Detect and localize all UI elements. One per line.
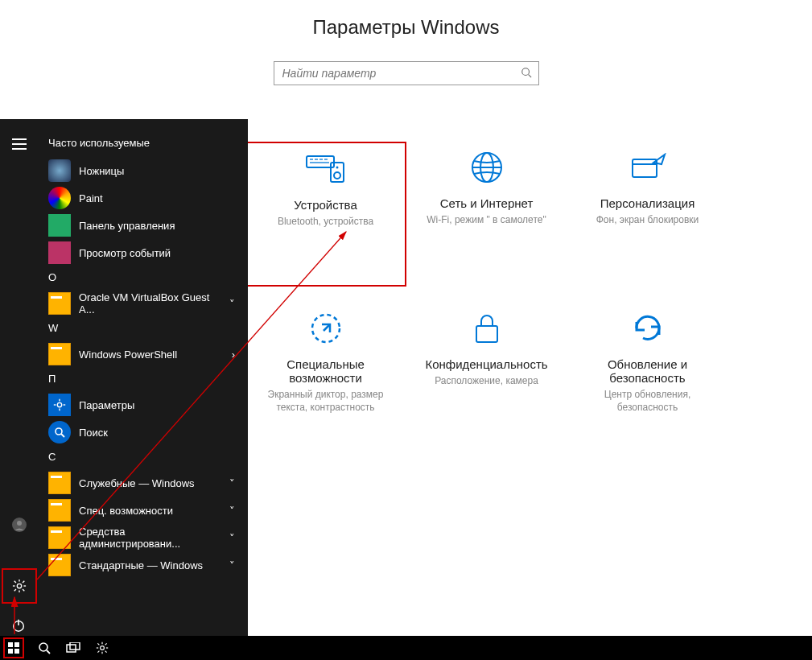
app-label: Paint xyxy=(79,192,103,204)
tile-devices[interactable]: Устройства Bluetooth, устройства xyxy=(245,142,406,287)
app-settings[interactable]: Параметры xyxy=(47,391,241,419)
start-menu: Часто используемые Ножницы Paint Панель … xyxy=(0,119,248,637)
app-label: Спец. возможности xyxy=(79,505,173,517)
app-label: Поиск xyxy=(79,427,108,439)
svg-line-60 xyxy=(105,651,107,653)
svg-point-13 xyxy=(336,167,338,169)
app-windows-system[interactable]: Служебные — Windows ˅ xyxy=(47,469,241,497)
svg-point-39 xyxy=(57,402,61,406)
taskbar-search-icon[interactable] xyxy=(35,639,53,657)
tile-desc: Центр обновления, безопасность xyxy=(575,388,720,414)
svg-line-36 xyxy=(23,581,24,583)
tile-update[interactable]: Обновление и безопасность Центр обновлен… xyxy=(567,303,728,448)
tile-title: Обновление и безопасность xyxy=(575,357,720,385)
app-label: Oracle VM VirtualBox Guest A... xyxy=(79,291,221,316)
ease-of-access-icon xyxy=(253,309,398,348)
app-event-viewer[interactable]: Просмотр событий xyxy=(47,239,241,266)
search-input[interactable] xyxy=(274,62,538,85)
tile-network[interactable]: Сеть и Интернет Wi-Fi, режим " в самолет… xyxy=(406,142,567,287)
chevron-down-icon: ˅ xyxy=(229,477,235,489)
app-snipping-tool[interactable]: Ножницы xyxy=(47,157,241,184)
update-icon xyxy=(575,309,720,348)
svg-rect-48 xyxy=(8,649,13,654)
app-control-panel[interactable]: Панель управления xyxy=(47,212,241,239)
search-icon xyxy=(48,421,71,443)
task-view-icon[interactable] xyxy=(64,639,82,657)
taskbar-settings-icon[interactable] xyxy=(93,639,111,657)
start-button[interactable] xyxy=(3,637,24,658)
power-icon[interactable] xyxy=(11,618,27,634)
chevron-down-icon: ˅ xyxy=(229,505,235,517)
letter-header-W[interactable]: W xyxy=(48,322,241,334)
app-label: Ножницы xyxy=(79,165,124,177)
paint-icon xyxy=(575,148,720,187)
svg-line-1 xyxy=(528,75,531,78)
folder-icon xyxy=(48,472,71,494)
app-admin-tools[interactable]: Средства администрировани... ˅ xyxy=(47,524,241,551)
folder-icon xyxy=(48,499,71,522)
app-search[interactable]: Поиск xyxy=(47,419,241,446)
rail-settings-button[interactable] xyxy=(2,568,37,604)
svg-line-62 xyxy=(105,643,107,645)
app-accessories[interactable]: Стандартные — Windows ˅ xyxy=(47,551,241,579)
tile-desc: Расположение, камера xyxy=(414,374,559,387)
svg-rect-52 xyxy=(67,645,76,652)
folder-icon xyxy=(48,292,71,315)
scissors-icon xyxy=(48,159,71,182)
svg-point-12 xyxy=(334,172,340,179)
tile-personalization[interactable]: Персонализация Фон, экран блокировки xyxy=(567,142,728,287)
tile-title: Устройства xyxy=(255,198,397,212)
start-app-list: Часто используемые Ножницы Paint Панель … xyxy=(39,119,248,637)
app-label: Панель управления xyxy=(79,220,175,232)
user-icon[interactable] xyxy=(11,517,27,533)
chevron-right-icon: › xyxy=(232,349,235,361)
tile-desc: Bluetooth, устройства xyxy=(255,215,397,228)
app-windows-powershell[interactable]: Windows PowerShell › xyxy=(47,340,241,368)
folder-icon xyxy=(48,526,71,549)
tile-privacy[interactable]: Конфиденциальность Расположение, камера xyxy=(406,303,567,448)
svg-point-54 xyxy=(101,646,105,650)
palette-icon xyxy=(48,187,71,209)
app-ease-of-access-folder[interactable]: Спец. возможности ˅ xyxy=(47,497,241,524)
start-rail xyxy=(0,119,39,637)
tile-desc: Wi-Fi, режим " в самолете" xyxy=(414,213,559,226)
search-field[interactable] xyxy=(274,61,539,85)
taskbar xyxy=(0,636,812,660)
app-oracle-vbox[interactable]: Oracle VM VirtualBox Guest A... ˅ xyxy=(47,290,241,317)
app-label: Служебные — Windows xyxy=(79,477,195,489)
svg-line-51 xyxy=(47,650,50,654)
letter-header-O[interactable]: O xyxy=(48,271,241,283)
folder-icon xyxy=(48,343,71,365)
svg-point-28 xyxy=(17,584,21,588)
svg-line-35 xyxy=(14,589,16,591)
app-paint[interactable]: Paint xyxy=(47,184,241,212)
chevron-down-icon: ˅ xyxy=(229,298,235,310)
svg-point-27 xyxy=(17,521,22,526)
page-title: Параметры Windows xyxy=(0,16,812,39)
hamburger-icon[interactable] xyxy=(12,138,27,153)
svg-rect-46 xyxy=(8,642,13,647)
tile-title: Конфиденциальность xyxy=(414,357,559,371)
tile-title: Персонализация xyxy=(575,196,720,210)
chevron-down-icon: ˅ xyxy=(229,559,235,571)
tile-desc: Экранный диктор, размер текста, контраст… xyxy=(253,388,398,414)
app-label: Стандартные — Windows xyxy=(79,559,203,571)
svg-rect-22 xyxy=(476,326,497,342)
svg-rect-49 xyxy=(14,649,19,654)
app-label: Средства администрировани... xyxy=(79,526,221,550)
svg-rect-53 xyxy=(70,642,80,650)
svg-line-59 xyxy=(97,643,99,645)
tile-accessibility[interactable]: Специальные возможности Экранный диктор,… xyxy=(245,303,406,448)
letter-header-S[interactable]: С xyxy=(48,451,241,463)
svg-line-45 xyxy=(61,434,64,437)
search-icon[interactable] xyxy=(521,67,532,81)
letter-header-P[interactable]: П xyxy=(48,373,241,385)
event-viewer-icon xyxy=(48,241,71,264)
lock-icon xyxy=(414,309,559,348)
globe-icon xyxy=(414,148,559,187)
svg-point-44 xyxy=(56,428,62,435)
svg-line-34 xyxy=(23,589,24,591)
folder-icon xyxy=(48,554,71,576)
tile-title: Сеть и Интернет xyxy=(414,196,559,210)
app-label: Просмотр событий xyxy=(79,247,171,259)
